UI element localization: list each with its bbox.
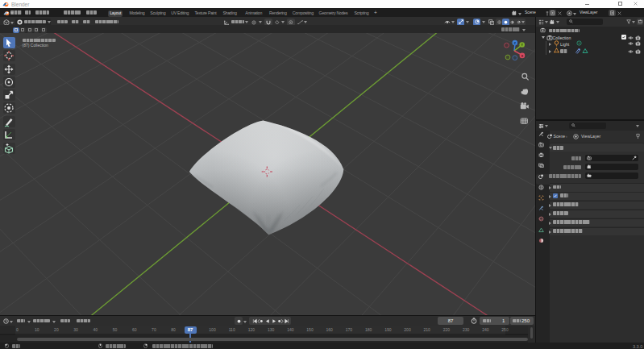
svg-text:Z: Z xyxy=(514,41,517,45)
svg-text:X: X xyxy=(521,54,524,58)
svg-text:Y: Y xyxy=(521,43,523,47)
